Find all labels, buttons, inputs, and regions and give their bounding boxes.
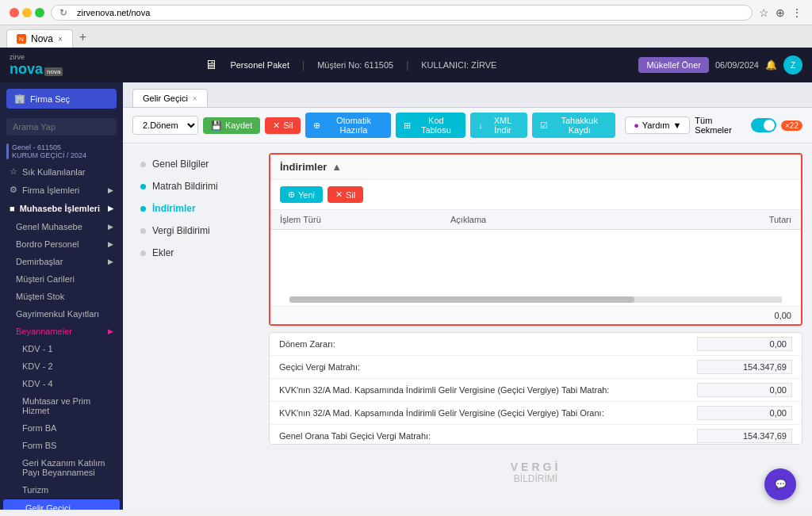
table-header: İşlem Türü Açıklama Tutarı: [270, 210, 801, 230]
sidebar-item-geri-kazanim[interactable]: Geri Kazanım Katılım Payı Beyannamesi: [0, 454, 123, 481]
yardim-btn[interactable]: ● Yardım ▼: [625, 117, 690, 134]
muhasebe-icon: ■: [10, 204, 15, 213]
tahakkuk-kaydi-btn[interactable]: ☑ Tahakkuk Kaydı: [532, 113, 615, 138]
col-aciklama-header: Açıklama: [450, 215, 707, 224]
tab-close-icon[interactable]: ×: [193, 94, 197, 103]
leftnav-indirimler[interactable]: İndirimler: [132, 197, 259, 220]
tum-sekmeler-toggle[interactable]: [751, 118, 776, 132]
firma-sec-btn[interactable]: 🏢 Firma Seç: [6, 89, 117, 109]
scrollbar-thumb: [289, 296, 634, 303]
leftnav-matrah[interactable]: Matrah Bildirimi: [132, 175, 259, 197]
info-row-genel-oran: Genel Orana Tabi Geçici Vergi Matrahı: 1…: [270, 425, 802, 445]
mukellef-btn[interactable]: Mükellef Öner: [638, 57, 708, 73]
leftnav-vergi[interactable]: Vergi Bildirimi: [132, 220, 259, 242]
sidebar-item-musteri-cari[interactable]: Müşteri Carileri: [0, 270, 123, 288]
browser-close-btn[interactable]: [10, 8, 19, 17]
content-tabs: Gelir Geçici ×: [123, 82, 812, 108]
star-icon: ☆: [10, 166, 17, 177]
otomatik-hazirla-btn[interactable]: ⊕ Otomatik Hazırla: [305, 113, 391, 138]
settings-icon[interactable]: ⋮: [791, 6, 802, 19]
indirimler-header: İndirimler ▲: [270, 155, 801, 180]
sidebar-search[interactable]: [6, 118, 117, 136]
left-nav: Genel Bilgiler Matrah Bildirimi İndiriml…: [132, 153, 259, 500]
donem-select[interactable]: 2.Dönem: [132, 116, 198, 135]
browser-max-btn[interactable]: [35, 8, 44, 17]
scrollbar-track[interactable]: [289, 296, 782, 303]
sidebar-item-sik[interactable]: ☆ Sık Kullanılanlar: [0, 162, 123, 181]
leftnav-genel-bilgiler[interactable]: Genel Bilgiler: [132, 153, 259, 175]
sidebar-item-muhtasar[interactable]: Muhtasar ve Prim Hizmet: [0, 392, 123, 419]
kullanici-label: KULLANICI: ZİRVE: [421, 60, 496, 70]
sil-btn[interactable]: ✕ Sil: [265, 117, 301, 134]
sidebar-item-gayrimenkul[interactable]: Gayrimenkul Kayıtları: [0, 305, 123, 323]
kvk-matrah-value: 0,00: [697, 383, 792, 397]
indirimler-yeni-btn[interactable]: ⊕ Yeni: [280, 186, 323, 203]
bell-icon[interactable]: 🔔: [765, 59, 777, 71]
sidebar-item-demirbaslar[interactable]: Demirbaşlar ▶: [0, 253, 123, 270]
bookmark-icon[interactable]: ☆: [759, 6, 769, 19]
top-navigation: zirve nova nova 🖥 Personel Paket | Müşte…: [0, 48, 812, 82]
date-label: 06/09/2024: [715, 60, 759, 70]
genel-oran-label: Genel Orana Tabi Geçici Vergi Matrahı:: [279, 431, 697, 441]
tab-favicon: N: [17, 34, 26, 44]
sidebar-item-musteri-stok[interactable]: Müşteri Stok: [0, 288, 123, 305]
info-row-donem-zarari: Dönem Zararı: 0,00: [270, 333, 802, 356]
kvk-matrah-label: KVK'nın 32/A Mad. Kapsamında İndirimli G…: [279, 385, 697, 395]
gelir-gecici-tab[interactable]: Gelir Geçici ×: [132, 89, 208, 107]
gecici-vergi-value: 154.347,69: [697, 360, 792, 374]
vergi-bildirimi-overlay: VERGİ BİLDİRİMİ: [269, 445, 802, 500]
record-icon: ☑: [540, 120, 548, 131]
sidebar-item-kdv2[interactable]: KDV - 2: [0, 357, 123, 375]
xml-indir-btn[interactable]: ↓ XML İndir: [470, 113, 527, 138]
main-section: İndirimler ▲ ⊕ Yeni ✕ Sil: [269, 153, 802, 500]
chat-bubble[interactable]: 💬: [764, 468, 796, 500]
kod-tablosu-btn[interactable]: ⊞ Kod Tablosu: [396, 113, 465, 138]
sidebar-badge-genel: Genel - 611505: [12, 143, 86, 151]
indirimler-panel: İndirimler ▲ ⊕ Yeni ✕ Sil: [269, 153, 802, 326]
indirimler-sil-btn[interactable]: ✕ Sil: [327, 186, 363, 203]
kaydet-btn[interactable]: 💾 Kaydet: [203, 117, 260, 134]
logo-zirve: zirve: [10, 53, 63, 61]
sidebar-item-kdv1[interactable]: KDV - 1: [0, 340, 123, 357]
tab-close-btn[interactable]: ×: [58, 35, 63, 44]
sidebar-item-firma[interactable]: ⚙ Firma İşlemleri ▶: [0, 181, 123, 199]
user-avatar[interactable]: Z: [783, 55, 802, 75]
sidebar-item-bordro[interactable]: Bordro Personel ▶: [0, 235, 123, 253]
chevron-icon: ▶: [108, 186, 113, 194]
sidebar-item-form-ba[interactable]: Form BA: [0, 419, 123, 437]
extension-icon[interactable]: ⊕: [776, 6, 785, 19]
total-value: 0,00: [775, 311, 791, 320]
table-icon: ⊞: [404, 120, 411, 131]
logo-badge: nova: [44, 67, 63, 76]
new-tab-btn[interactable]: +: [73, 30, 93, 48]
browser-tab[interactable]: N Nova ×: [6, 29, 73, 48]
building-icon: 🏢: [14, 94, 25, 104]
sidebar-item-muhasebe[interactable]: ■ Muhasebe İşlemleri ▶: [0, 199, 123, 218]
info-row-gecici-vergi: Geçici Vergi Matrahı: 154.347,69: [270, 356, 802, 379]
indirimler-toolbar: ⊕ Yeni ✕ Sil: [270, 180, 801, 210]
yardim-icon: ●: [634, 120, 639, 130]
sidebar-item-genel-muh[interactable]: Genel Muhasebe ▶: [0, 218, 123, 235]
table-footer: 0,00: [270, 306, 801, 324]
info-row-kvk-oran: KVK'nın 32/A Mad. Kapsamında İndirimli G…: [270, 402, 802, 425]
sidebar-item-turizm[interactable]: Turizm: [0, 481, 123, 499]
nav-dot-ekler: [140, 250, 146, 256]
sidebar-item-beyannameler[interactable]: Beyannameler ▶: [0, 323, 123, 340]
sidebar-item-gelir-gecici[interactable]: Gelir Geçici: [3, 499, 120, 510]
table-body: [270, 230, 801, 293]
chevron-icon6: ▶: [108, 327, 113, 335]
gecici-vergi-label: Geçici Vergi Matrahı:: [279, 362, 697, 372]
trash-icon: ✕: [335, 189, 343, 200]
leftnav-ekler[interactable]: Ekler: [132, 242, 259, 264]
logo-nova: nova: [10, 61, 43, 78]
sidebar-item-kdv4[interactable]: KDV - 4: [0, 375, 123, 392]
sidebar-item-form-bs[interactable]: Form BS: [0, 437, 123, 454]
browser-min-btn[interactable]: [22, 8, 32, 17]
vergi-title: VERGİ: [285, 461, 787, 473]
col-tutar-header: Tutarı: [707, 215, 792, 224]
chevron-down-icon: ▼: [672, 120, 681, 130]
sekmeler-count: ×22: [781, 120, 802, 131]
donem-zarari-label: Dönem Zararı:: [279, 339, 697, 349]
firma-icon: ⚙: [10, 185, 17, 195]
indirimler-title: İndirimler: [280, 161, 327, 173]
